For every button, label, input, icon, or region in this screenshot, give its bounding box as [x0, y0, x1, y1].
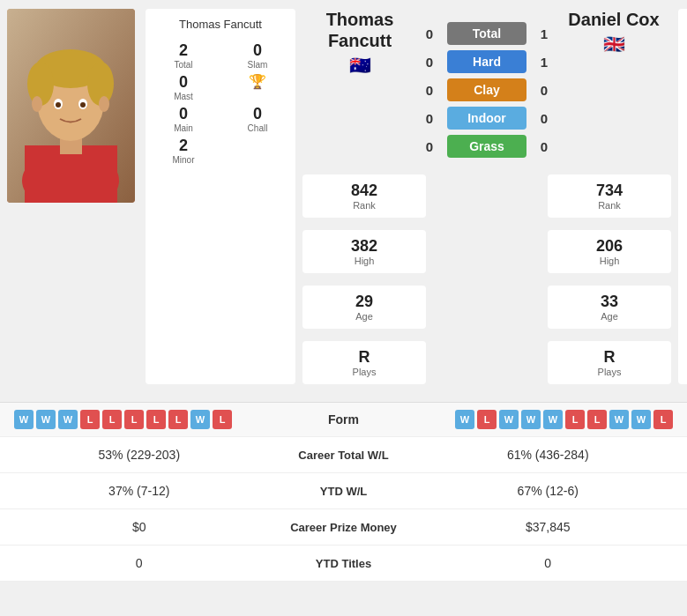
center-column: Thomas Fancutt 🇦🇺 0 Total 1 0 Hard: [299, 9, 675, 384]
left-form-badges: WWWLLLLLWL: [14, 410, 282, 429]
svg-point-13: [99, 96, 109, 112]
left-form-badge: L: [102, 410, 122, 429]
court-clay-btn: Clay: [447, 78, 526, 101]
court-hard-right: 1: [532, 55, 556, 70]
court-grass-left: 0: [417, 139, 442, 154]
left-form-badge: L: [80, 410, 100, 429]
left-rank-value: 842: [313, 182, 415, 200]
right-rank-stat: 734 Rank: [548, 174, 671, 218]
right-form-badge: W: [609, 410, 629, 429]
left-form-badge: L: [124, 410, 144, 429]
court-indoor-row: 0 Indoor 0: [417, 107, 556, 130]
left-form-badge: W: [58, 410, 78, 429]
left-minor-item: 2 Minor: [150, 137, 217, 165]
right-flag: 🇬🇧: [603, 33, 625, 55]
left-total-value: 2: [179, 41, 188, 60]
left-plays-stat: R Plays: [302, 341, 426, 384]
right-form-badge: L: [653, 410, 673, 429]
right-plays-stat: R Plays: [548, 341, 671, 384]
right-total-item: 16 Total: [683, 41, 687, 70]
stat-row: $0Career Prize Money$37,845: [0, 509, 687, 545]
left-plays-value: R: [313, 348, 415, 367]
left-header: Thomas Fancutt 🇦🇺: [302, 9, 417, 79]
stat-row-left: 0: [14, 556, 265, 570]
court-indoor-right: 0: [532, 111, 556, 126]
right-main-item: 0 Main: [683, 105, 687, 133]
left-player-photo: [7, 9, 135, 203]
left-main-item: 0 Main: [150, 105, 217, 133]
stat-row-left: $0: [14, 520, 265, 534]
header-row: Thomas Fancutt 🇦🇺 0 Total 1 0 Hard: [302, 9, 671, 160]
stat-row-center-label: YTD Titles: [265, 557, 423, 570]
left-chall-item: 0 Chall: [224, 105, 291, 133]
left-high-stat: 382 High: [302, 230, 426, 273]
court-total-left: 0: [417, 26, 442, 41]
right-rank-value: 734: [558, 182, 661, 200]
stat-row-left: 53% (229-203): [14, 448, 265, 462]
right-minor-item: 16 Minor: [683, 137, 687, 165]
left-age-label: Age: [313, 311, 415, 322]
right-form-badge: W: [499, 410, 519, 429]
left-mast-value: 0: [179, 73, 188, 92]
svg-point-12: [32, 96, 42, 112]
left-form-badge: L: [168, 410, 188, 429]
right-high-label: High: [558, 256, 661, 266]
left-high-value: 382: [313, 237, 415, 256]
left-rank-label: Rank: [313, 200, 415, 211]
left-total-item: 2 Total: [150, 41, 217, 70]
court-clay-left: 0: [417, 83, 442, 98]
left-slam-value: 0: [253, 41, 262, 60]
stat-row: 53% (229-203)Career Total W/L61% (436-28…: [0, 437, 687, 473]
left-mid-stats: 842 Rank 382 High 29 Age R Plays: [302, 167, 400, 384]
left-form-badge: W: [14, 410, 34, 429]
left-form-badge: L: [213, 410, 232, 429]
stat-row: 0YTD Titles0: [0, 545, 687, 582]
stat-row-right: 67% (12-6): [423, 484, 674, 498]
right-form-badge: L: [587, 410, 607, 429]
main-container: Thomas Fancutt 2 Total 0 Slam 0 Mast 🏆: [0, 0, 687, 582]
left-chall-label: Chall: [248, 123, 268, 133]
bottom-section: WWWLLLLLWL Form WLWWWLLWWL 53% (229-203)…: [0, 402, 687, 582]
stat-row-right: 0: [423, 556, 674, 570]
right-form-badge: L: [477, 410, 497, 429]
stat-row-left: 37% (7-12): [14, 484, 265, 498]
form-label: Form: [282, 412, 406, 427]
left-main-value: 0: [179, 105, 188, 123]
left-age-stat: 29 Age: [302, 286, 426, 329]
left-form-badge: L: [146, 410, 166, 429]
stat-row-center-label: YTD W/L: [265, 485, 423, 498]
svg-point-11: [80, 102, 86, 108]
left-flag: 🇦🇺: [349, 55, 371, 76]
right-mast-item: 0 Mast: [683, 73, 687, 101]
left-name-header: Thomas Fancutt: [326, 9, 394, 51]
right-player-info: Daniel Cox 16 Total 0 Slam 0 Mast 🏆: [678, 9, 687, 384]
court-clay-right: 0: [532, 83, 556, 98]
right-age-stat: 33 Age: [548, 286, 671, 329]
svg-point-10: [56, 102, 61, 108]
right-mid-stats: 734 Rank 206 High 33 Age R Plays: [574, 167, 671, 384]
form-row: WWWLLLLLWL Form WLWWWLLWWL: [0, 403, 687, 437]
stat-row-center-label: Career Prize Money: [265, 521, 423, 534]
right-header: Daniel Cox 🇬🇧: [556, 9, 671, 58]
court-hard-btn: Hard: [447, 50, 526, 73]
right-form-badges: WLWWWLLWWL: [406, 410, 674, 429]
left-player-stats: 2 Total 0 Slam 0 Mast 🏆 0 Main: [150, 41, 291, 165]
right-high-value: 206: [558, 237, 661, 256]
left-total-label: Total: [174, 60, 192, 70]
left-age-value: 29: [313, 293, 415, 311]
stats-rows: 53% (229-203)Career Total W/L61% (436-28…: [0, 437, 687, 582]
left-high-label: High: [313, 256, 415, 266]
left-form-badge: W: [36, 410, 56, 429]
court-indoor-btn: Indoor: [447, 107, 526, 130]
left-slam-item: 0 Slam: [224, 41, 291, 70]
right-form-badge: W: [631, 410, 651, 429]
left-player-info: Thomas Fancutt 2 Total 0 Slam 0 Mast 🏆: [146, 9, 295, 384]
court-grass-right: 0: [532, 139, 556, 154]
left-mast-item: 0 Mast: [150, 73, 217, 101]
left-player-name: Thomas Fancutt: [179, 18, 262, 31]
left-rank-stat: 842 Rank: [302, 174, 426, 218]
court-grass-row: 0 Grass 0: [417, 135, 556, 158]
left-minor-label: Minor: [172, 155, 194, 165]
right-name-header: Daniel Cox: [568, 9, 659, 30]
stat-row-right: 61% (436-284): [423, 448, 674, 462]
